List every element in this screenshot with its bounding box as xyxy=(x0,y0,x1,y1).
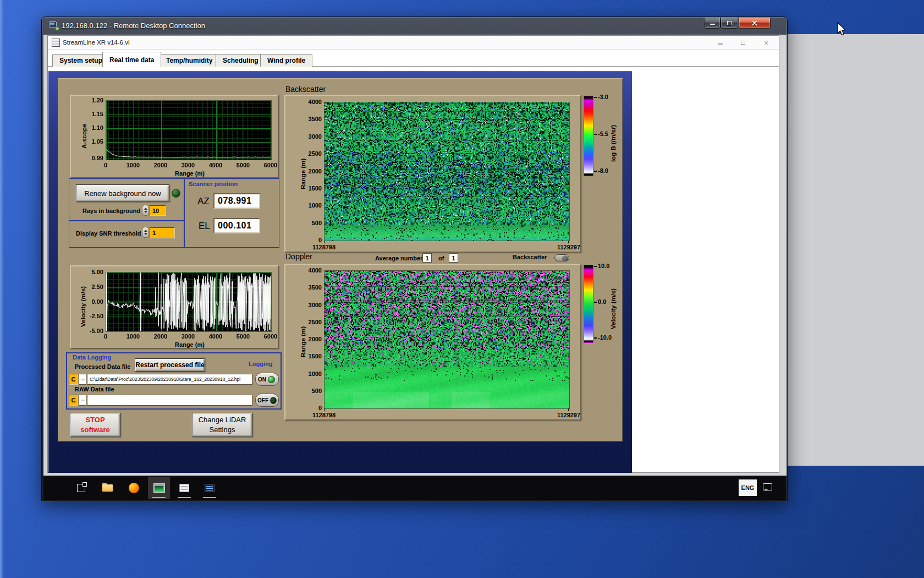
rays-value-field[interactable]: 10 xyxy=(150,205,166,216)
backscatter-x-start: 1128798 xyxy=(305,244,343,250)
scan-schedule-button[interactable] xyxy=(173,477,195,499)
az-value: 078.991 xyxy=(213,193,260,209)
tick-label: 0 xyxy=(298,237,322,243)
rdp-window-title: 192.168.0.122 - Remote Desktop Connectio… xyxy=(62,21,205,30)
rdp-titlebar[interactable]: 192.168.0.122 - Remote Desktop Connectio… xyxy=(42,17,787,35)
tick-label: -5.5 xyxy=(598,130,608,137)
snr-threshold-label: Display SNR threshold xyxy=(76,230,141,237)
velocity-x-axis-label: Range (m) xyxy=(151,341,228,348)
az-label: AZ xyxy=(197,197,210,207)
rdp-window: 192.168.0.122 - Remote Desktop Connectio… xyxy=(41,17,788,501)
of-label: of xyxy=(438,255,444,261)
snr-value-field[interactable]: 1 xyxy=(150,227,175,238)
backscatter-x-end: 1129297 xyxy=(549,244,588,250)
tick-label: 3500 xyxy=(298,284,322,291)
tab-scheduling[interactable]: Scheduling xyxy=(216,54,266,67)
task-view-button[interactable] xyxy=(70,477,92,499)
processed-browse-button[interactable]: ▫▫ xyxy=(79,374,86,385)
x-tick-mark xyxy=(568,241,569,243)
tick-label: 2.50 xyxy=(80,283,103,290)
front-panel: A-scope Range (m) 1.201.151.101.050.9901… xyxy=(58,78,623,441)
ascope-plot-area xyxy=(106,100,272,160)
backscatter-title: Backscatter xyxy=(285,85,326,94)
firefox-button[interactable] xyxy=(123,477,145,499)
ascope-x-axis-label: Range (m) xyxy=(151,170,228,177)
scanner-position-box: Scanner position AZ 078.991 EL 000.101 xyxy=(184,178,279,248)
x-tick-mark xyxy=(568,408,569,411)
average-number-field[interactable]: 1 xyxy=(422,253,432,263)
tab-real-time-data[interactable]: Real time data xyxy=(102,52,161,67)
terminal-app-button[interactable] xyxy=(199,477,221,499)
average-number-label: Average number xyxy=(375,255,422,261)
snr-spinner[interactable] xyxy=(142,227,149,238)
raw-data-file-label: RAW Data file xyxy=(75,386,114,392)
app-titlebar[interactable]: StreamLine XR v14-6.vi ✕ xyxy=(48,36,779,50)
raw-logging-toggle[interactable]: OFF xyxy=(255,394,279,407)
backscatter-plot-area xyxy=(324,102,570,241)
file-explorer-button[interactable] xyxy=(96,477,118,499)
tick-label: 4000 xyxy=(206,162,225,168)
raw-path-field[interactable] xyxy=(87,395,252,406)
rdp-maximize-button[interactable] xyxy=(721,18,738,29)
remote-desktop-icon xyxy=(49,21,58,30)
tick-label: 500 xyxy=(298,220,322,226)
average-total-field[interactable]: 1 xyxy=(449,253,458,263)
tick-label: 3000 xyxy=(298,133,322,140)
x-tick-mark xyxy=(324,408,324,411)
task-view-icon xyxy=(77,484,85,492)
tab-system-setup[interactable]: System setup xyxy=(52,54,109,67)
streamline-app-button[interactable] xyxy=(148,477,170,499)
logging-on-led xyxy=(268,376,275,383)
doppler-x-start: 1128798 xyxy=(305,412,343,418)
el-label: EL xyxy=(199,221,210,232)
tick-label: 0.0 xyxy=(598,298,606,305)
processed-logging-toggle[interactable]: ON xyxy=(255,373,279,386)
processed-drive-selector[interactable]: C xyxy=(69,374,78,385)
tick-label: 1000 xyxy=(298,202,322,209)
document-window-icon xyxy=(179,484,189,492)
tick-label: 3500 xyxy=(298,116,322,122)
tick-label: -3.0 xyxy=(598,94,608,100)
tab-temp-humidity[interactable]: Temp/humidity xyxy=(159,54,219,67)
rdp-minimize-button[interactable] xyxy=(704,18,721,29)
chat-icon[interactable] xyxy=(763,483,772,490)
tick-label: 1000 xyxy=(298,370,322,377)
stop-software-button[interactable]: STOPsoftware xyxy=(70,413,120,437)
maximize-icon xyxy=(727,21,732,25)
renew-background-button[interactable]: Renew background now xyxy=(76,184,169,202)
app-minimize-button[interactable] xyxy=(712,39,728,47)
panel-frame: A-scope Range (m) 1.201.151.101.050.9901… xyxy=(48,71,632,473)
tick-label: 0.99 xyxy=(80,155,103,161)
tick-label: 2500 xyxy=(298,319,322,325)
logging-label: Logging xyxy=(249,361,272,367)
tick-label: 1.20 xyxy=(80,97,103,103)
tick-label: 1500 xyxy=(298,353,322,359)
tick-label: 0 xyxy=(96,162,115,168)
rdp-close-button[interactable] xyxy=(739,18,771,29)
tick-label: 2000 xyxy=(298,336,322,342)
raw-drive-selector[interactable]: C xyxy=(69,395,78,406)
browse-icon: ▫▫ xyxy=(81,377,85,382)
data-logging-title: Data Logging xyxy=(73,354,111,361)
backscatter-toggle-switch[interactable] xyxy=(554,254,569,261)
raw-browse-button[interactable]: ▫▫ xyxy=(79,395,86,406)
tick-label: 1000 xyxy=(124,333,142,340)
tick-label: 3000 xyxy=(298,302,322,308)
backscatter-toggle-label: Backscatter xyxy=(513,254,547,260)
ascope-graph: A-scope Range (m) 1.201.151.101.050.9901… xyxy=(70,95,279,178)
doppler-color-ramp xyxy=(584,265,593,343)
app-close-button[interactable]: ✕ xyxy=(758,39,774,47)
change-lidar-settings-button[interactable]: Change LiDARSettings xyxy=(192,413,252,437)
doppler-plot-area xyxy=(324,270,570,409)
tick-label: 1.05 xyxy=(80,138,103,145)
tick-label: 1.15 xyxy=(80,111,103,117)
app-restore-button[interactable] xyxy=(735,39,751,47)
language-indicator[interactable]: ENG xyxy=(739,479,757,496)
restart-processed-file-button[interactable]: Restart processed file xyxy=(135,358,205,372)
tab-wind-profile[interactable]: Wind profile xyxy=(260,54,312,67)
velocity-plot-area xyxy=(106,272,272,332)
rays-spinner[interactable] xyxy=(142,205,149,216)
restore-icon xyxy=(741,41,745,45)
processed-path-field[interactable]: C:\Lidar\Data\Proc\2023\202309\20230918\… xyxy=(87,374,252,385)
app-title: StreamLine XR v14-6.vi xyxy=(63,39,129,46)
